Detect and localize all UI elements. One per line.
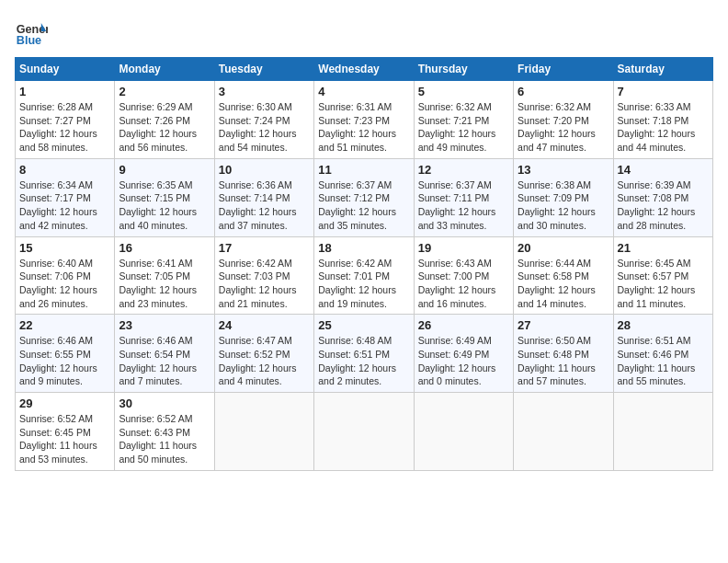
calendar-cell: 22 Sunrise: 6:46 AM Sunset: 6:55 PM Dayl… — [16, 315, 115, 393]
day-number: 7 — [618, 85, 709, 98]
daylight-label: Daylight: 12 hours and 19 minutes. — [318, 284, 396, 309]
sunrise-label: Sunrise: 6:32 AM — [418, 101, 492, 112]
sunrise-label: Sunrise: 6:35 AM — [119, 179, 192, 190]
weekday-header-tuesday: Tuesday — [214, 58, 313, 81]
day-number: 4 — [318, 85, 409, 98]
day-info: Sunrise: 6:47 AM Sunset: 6:52 PM Dayligh… — [219, 334, 310, 388]
calendar-cell: 17 Sunrise: 6:42 AM Sunset: 7:03 PM Dayl… — [214, 236, 313, 315]
calendar-cell: 3 Sunrise: 6:30 AM Sunset: 7:24 PM Dayli… — [214, 81, 313, 159]
sunrise-label: Sunrise: 6:38 AM — [518, 179, 591, 190]
calendar-cell: 8 Sunrise: 6:34 AM Sunset: 7:17 PM Dayli… — [16, 158, 115, 236]
calendar-cell — [414, 393, 513, 471]
day-info: Sunrise: 6:34 AM Sunset: 7:17 PM Dayligh… — [19, 178, 110, 233]
calendar-cell: 5 Sunrise: 6:32 AM Sunset: 7:21 PM Dayli… — [414, 81, 513, 159]
day-number: 25 — [318, 318, 409, 332]
sunrise-label: Sunrise: 6:49 AM — [418, 335, 492, 346]
day-info: Sunrise: 6:32 AM Sunset: 7:21 PM Dayligh… — [418, 100, 509, 155]
day-number: 11 — [318, 163, 409, 177]
sunrise-label: Sunrise: 6:40 AM — [19, 258, 93, 269]
calendar-cell: 9 Sunrise: 6:35 AM Sunset: 7:15 PM Dayli… — [115, 158, 214, 236]
calendar-cell — [314, 393, 414, 471]
daylight-label: Daylight: 11 hours and 50 minutes. — [119, 440, 197, 465]
day-info: Sunrise: 6:35 AM Sunset: 7:15 PM Dayligh… — [119, 178, 210, 233]
daylight-label: Daylight: 11 hours and 53 minutes. — [19, 440, 97, 465]
day-number: 3 — [219, 85, 310, 98]
calendar-cell: 29 Sunrise: 6:52 AM Sunset: 6:45 PM Dayl… — [16, 393, 115, 471]
daylight-label: Daylight: 12 hours and 30 minutes. — [518, 206, 596, 231]
sunset-label: Sunset: 7:21 PM — [418, 115, 490, 126]
logo-icon: General Blue — [15, 15, 48, 48]
sunset-label: Sunset: 6:49 PM — [418, 349, 490, 360]
calendar-cell: 19 Sunrise: 6:43 AM Sunset: 7:00 PM Dayl… — [414, 236, 513, 315]
sunset-label: Sunset: 6:54 PM — [119, 349, 190, 360]
daylight-label: Daylight: 12 hours and 7 minutes. — [119, 362, 197, 387]
calendar-cell: 16 Sunrise: 6:41 AM Sunset: 7:05 PM Dayl… — [115, 236, 214, 315]
day-info: Sunrise: 6:52 AM Sunset: 6:43 PM Dayligh… — [119, 412, 210, 466]
sunrise-label: Sunrise: 6:52 AM — [19, 413, 93, 424]
daylight-label: Daylight: 12 hours and 37 minutes. — [219, 206, 297, 231]
day-number: 1 — [19, 85, 110, 98]
calendar-cell: 2 Sunrise: 6:29 AM Sunset: 7:26 PM Dayli… — [115, 81, 214, 159]
sunrise-label: Sunrise: 6:37 AM — [318, 179, 392, 190]
calendar-cell: 13 Sunrise: 6:38 AM Sunset: 7:09 PM Dayl… — [514, 158, 613, 236]
sunset-label: Sunset: 7:15 PM — [119, 192, 190, 203]
day-number: 18 — [318, 241, 409, 255]
daylight-label: Daylight: 12 hours and 9 minutes. — [19, 362, 97, 387]
day-info: Sunrise: 6:46 AM Sunset: 6:54 PM Dayligh… — [119, 334, 210, 388]
daylight-label: Daylight: 12 hours and 56 minutes. — [119, 128, 197, 153]
sunset-label: Sunset: 6:45 PM — [19, 427, 91, 438]
sunrise-label: Sunrise: 6:46 AM — [119, 335, 192, 346]
sunrise-label: Sunrise: 6:37 AM — [418, 179, 492, 190]
sunrise-label: Sunrise: 6:30 AM — [219, 101, 292, 112]
daylight-label: Daylight: 12 hours and 47 minutes. — [518, 128, 596, 153]
sunrise-label: Sunrise: 6:43 AM — [418, 258, 492, 269]
sunset-label: Sunset: 6:46 PM — [618, 349, 689, 360]
daylight-label: Daylight: 12 hours and 11 minutes. — [618, 284, 696, 309]
daylight-label: Daylight: 12 hours and 54 minutes. — [219, 128, 297, 153]
day-number: 16 — [119, 241, 210, 255]
sunset-label: Sunset: 6:43 PM — [119, 427, 190, 438]
calendar-cell: 23 Sunrise: 6:46 AM Sunset: 6:54 PM Dayl… — [115, 315, 214, 393]
day-number: 23 — [119, 318, 210, 332]
sunrise-label: Sunrise: 6:52 AM — [119, 413, 192, 424]
daylight-label: Daylight: 12 hours and 16 minutes. — [418, 284, 496, 309]
calendar-cell: 20 Sunrise: 6:44 AM Sunset: 6:58 PM Dayl… — [514, 236, 613, 315]
day-info: Sunrise: 6:40 AM Sunset: 7:06 PM Dayligh… — [19, 257, 110, 311]
day-info: Sunrise: 6:51 AM Sunset: 6:46 PM Dayligh… — [618, 334, 709, 388]
daylight-label: Daylight: 12 hours and 42 minutes. — [19, 206, 97, 231]
sunrise-label: Sunrise: 6:45 AM — [618, 258, 691, 269]
daylight-label: Daylight: 12 hours and 28 minutes. — [618, 206, 696, 231]
day-info: Sunrise: 6:28 AM Sunset: 7:27 PM Dayligh… — [19, 100, 110, 155]
day-info: Sunrise: 6:42 AM Sunset: 7:03 PM Dayligh… — [219, 257, 310, 311]
weekday-header-wednesday: Wednesday — [314, 58, 414, 81]
sunset-label: Sunset: 7:09 PM — [518, 192, 589, 203]
sunset-label: Sunset: 7:18 PM — [618, 115, 689, 126]
day-info: Sunrise: 6:36 AM Sunset: 7:14 PM Dayligh… — [219, 178, 310, 233]
page-header: General Blue — [15, 15, 713, 48]
svg-text:Blue: Blue — [17, 34, 41, 47]
day-info: Sunrise: 6:50 AM Sunset: 6:48 PM Dayligh… — [518, 334, 609, 388]
sunrise-label: Sunrise: 6:48 AM — [318, 335, 392, 346]
logo: General Blue — [15, 15, 48, 48]
day-info: Sunrise: 6:46 AM Sunset: 6:55 PM Dayligh… — [19, 334, 110, 388]
sunset-label: Sunset: 7:12 PM — [318, 192, 390, 203]
day-info: Sunrise: 6:42 AM Sunset: 7:01 PM Dayligh… — [318, 257, 409, 311]
sunrise-label: Sunrise: 6:51 AM — [618, 335, 691, 346]
day-info: Sunrise: 6:43 AM Sunset: 7:00 PM Dayligh… — [418, 257, 509, 311]
day-number: 13 — [518, 163, 609, 177]
day-number: 5 — [418, 85, 509, 98]
day-info: Sunrise: 6:38 AM Sunset: 7:09 PM Dayligh… — [518, 178, 609, 233]
day-number: 24 — [219, 318, 310, 332]
calendar-cell: 27 Sunrise: 6:50 AM Sunset: 6:48 PM Dayl… — [514, 315, 613, 393]
daylight-label: Daylight: 12 hours and 35 minutes. — [318, 206, 396, 231]
sunrise-label: Sunrise: 6:36 AM — [219, 179, 292, 190]
daylight-label: Daylight: 11 hours and 55 minutes. — [618, 362, 696, 387]
calendar-cell: 30 Sunrise: 6:52 AM Sunset: 6:43 PM Dayl… — [115, 393, 214, 471]
daylight-label: Daylight: 11 hours and 57 minutes. — [518, 362, 596, 387]
sunset-label: Sunset: 7:08 PM — [618, 192, 689, 203]
daylight-label: Daylight: 12 hours and 0 minutes. — [418, 362, 496, 387]
weekday-header-sunday: Sunday — [16, 58, 115, 81]
sunset-label: Sunset: 7:14 PM — [219, 192, 290, 203]
sunrise-label: Sunrise: 6:44 AM — [518, 258, 591, 269]
calendar-cell: 1 Sunrise: 6:28 AM Sunset: 7:27 PM Dayli… — [16, 81, 115, 159]
